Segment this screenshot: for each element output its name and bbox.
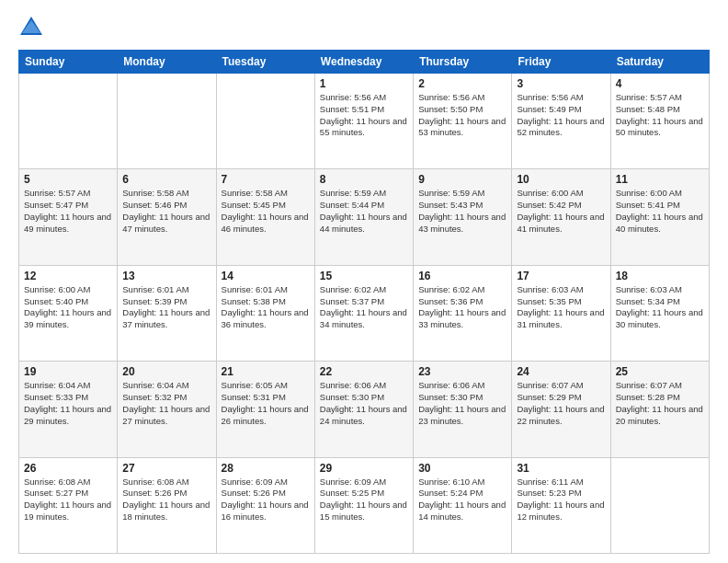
day-info: Sunrise: 5:59 AM Sunset: 5:44 PM Dayligh… <box>320 188 408 235</box>
day-info: Sunrise: 6:09 AM Sunset: 5:26 PM Dayligh… <box>222 477 310 523</box>
calendar-cell: 7Sunrise: 5:58 AM Sunset: 5:45 PM Daylig… <box>216 169 314 265</box>
day-info: Sunrise: 6:06 AM Sunset: 5:30 PM Dayligh… <box>320 380 408 427</box>
calendar-cell: 23Sunrise: 6:06 AM Sunset: 5:30 PM Dayli… <box>414 362 512 457</box>
logo <box>18 15 48 40</box>
day-info: Sunrise: 5:56 AM Sunset: 5:51 PM Dayligh… <box>320 92 408 139</box>
weekday-header-friday: Friday <box>512 51 610 74</box>
day-number: 27 <box>122 462 210 475</box>
calendar-week-2: 5Sunrise: 5:57 AM Sunset: 5:47 PM Daylig… <box>19 169 710 265</box>
calendar-cell: 3Sunrise: 5:56 AM Sunset: 5:49 PM Daylig… <box>512 74 610 169</box>
day-info: Sunrise: 5:57 AM Sunset: 5:48 PM Dayligh… <box>616 92 704 139</box>
calendar-cell <box>19 74 118 169</box>
header <box>18 15 710 40</box>
day-number: 7 <box>222 173 310 186</box>
day-info: Sunrise: 6:01 AM Sunset: 5:39 PM Dayligh… <box>122 284 210 331</box>
calendar-cell <box>216 74 314 169</box>
day-number: 10 <box>517 173 605 186</box>
calendar-cell: 8Sunrise: 5:59 AM Sunset: 5:44 PM Daylig… <box>314 169 413 265</box>
day-info: Sunrise: 6:04 AM Sunset: 5:32 PM Dayligh… <box>122 380 210 427</box>
day-info: Sunrise: 6:00 AM Sunset: 5:40 PM Dayligh… <box>24 284 112 331</box>
day-info: Sunrise: 6:07 AM Sunset: 5:28 PM Dayligh… <box>616 380 704 427</box>
day-number: 28 <box>222 462 310 475</box>
day-number: 25 <box>616 365 704 378</box>
day-number: 23 <box>418 365 506 378</box>
calendar-week-5: 26Sunrise: 6:08 AM Sunset: 5:27 PM Dayli… <box>19 457 710 553</box>
calendar-cell: 20Sunrise: 6:04 AM Sunset: 5:32 PM Dayli… <box>118 362 216 457</box>
calendar-cell: 21Sunrise: 6:05 AM Sunset: 5:31 PM Dayli… <box>216 362 314 457</box>
day-info: Sunrise: 6:03 AM Sunset: 5:35 PM Dayligh… <box>517 284 605 331</box>
calendar-cell: 12Sunrise: 6:00 AM Sunset: 5:40 PM Dayli… <box>19 265 118 361</box>
day-number: 13 <box>122 270 210 282</box>
calendar-week-1: 1Sunrise: 5:56 AM Sunset: 5:51 PM Daylig… <box>19 74 710 169</box>
calendar-cell: 5Sunrise: 5:57 AM Sunset: 5:47 PM Daylig… <box>19 169 118 265</box>
day-info: Sunrise: 6:00 AM Sunset: 5:41 PM Dayligh… <box>616 188 704 235</box>
day-number: 17 <box>517 270 605 282</box>
calendar-cell: 19Sunrise: 6:04 AM Sunset: 5:33 PM Dayli… <box>19 362 118 457</box>
day-info: Sunrise: 5:57 AM Sunset: 5:47 PM Dayligh… <box>24 188 112 235</box>
day-info: Sunrise: 6:02 AM Sunset: 5:37 PM Dayligh… <box>320 284 408 331</box>
day-info: Sunrise: 6:10 AM Sunset: 5:24 PM Dayligh… <box>418 477 506 523</box>
day-info: Sunrise: 6:08 AM Sunset: 5:27 PM Dayligh… <box>24 477 112 523</box>
weekday-header-row: SundayMondayTuesdayWednesdayThursdayFrid… <box>19 51 710 74</box>
day-info: Sunrise: 6:08 AM Sunset: 5:26 PM Dayligh… <box>122 477 210 523</box>
day-number: 18 <box>616 270 704 282</box>
calendar-cell: 14Sunrise: 6:01 AM Sunset: 5:38 PM Dayli… <box>216 265 314 361</box>
calendar-cell: 18Sunrise: 6:03 AM Sunset: 5:34 PM Dayli… <box>610 265 709 361</box>
weekday-header-wednesday: Wednesday <box>314 51 413 74</box>
svg-marker-1 <box>22 20 40 33</box>
calendar-cell: 1Sunrise: 5:56 AM Sunset: 5:51 PM Daylig… <box>314 74 413 169</box>
day-number: 26 <box>24 462 112 475</box>
page: SundayMondayTuesdayWednesdayThursdayFrid… <box>0 0 728 563</box>
calendar-cell: 2Sunrise: 5:56 AM Sunset: 5:50 PM Daylig… <box>414 74 512 169</box>
day-info: Sunrise: 6:06 AM Sunset: 5:30 PM Dayligh… <box>418 380 506 427</box>
day-number: 15 <box>320 270 408 282</box>
day-number: 11 <box>616 173 704 186</box>
calendar-week-4: 19Sunrise: 6:04 AM Sunset: 5:33 PM Dayli… <box>19 362 710 457</box>
calendar-cell: 4Sunrise: 5:57 AM Sunset: 5:48 PM Daylig… <box>610 74 709 169</box>
calendar-cell: 24Sunrise: 6:07 AM Sunset: 5:29 PM Dayli… <box>512 362 610 457</box>
day-number: 6 <box>122 173 210 186</box>
day-number: 12 <box>24 270 112 282</box>
calendar-cell: 25Sunrise: 6:07 AM Sunset: 5:28 PM Dayli… <box>610 362 709 457</box>
weekday-header-tuesday: Tuesday <box>216 51 314 74</box>
day-number: 22 <box>320 365 408 378</box>
calendar-cell: 9Sunrise: 5:59 AM Sunset: 5:43 PM Daylig… <box>414 169 512 265</box>
weekday-header-monday: Monday <box>118 51 216 74</box>
day-info: Sunrise: 5:58 AM Sunset: 5:45 PM Dayligh… <box>222 188 310 235</box>
day-number: 5 <box>24 173 112 186</box>
calendar-cell: 11Sunrise: 6:00 AM Sunset: 5:41 PM Dayli… <box>610 169 709 265</box>
day-number: 1 <box>320 77 408 90</box>
calendar-cell: 31Sunrise: 6:11 AM Sunset: 5:23 PM Dayli… <box>512 457 610 553</box>
day-number: 31 <box>517 462 605 475</box>
calendar-cell: 22Sunrise: 6:06 AM Sunset: 5:30 PM Dayli… <box>314 362 413 457</box>
day-info: Sunrise: 6:03 AM Sunset: 5:34 PM Dayligh… <box>616 284 704 331</box>
day-info: Sunrise: 6:05 AM Sunset: 5:31 PM Dayligh… <box>222 380 310 427</box>
weekday-header-saturday: Saturday <box>610 51 709 74</box>
weekday-header-thursday: Thursday <box>414 51 512 74</box>
calendar-cell: 27Sunrise: 6:08 AM Sunset: 5:26 PM Dayli… <box>118 457 216 553</box>
day-info: Sunrise: 6:02 AM Sunset: 5:36 PM Dayligh… <box>418 284 506 331</box>
calendar-cell: 13Sunrise: 6:01 AM Sunset: 5:39 PM Dayli… <box>118 265 216 361</box>
day-info: Sunrise: 6:01 AM Sunset: 5:38 PM Dayligh… <box>222 284 310 331</box>
day-number: 3 <box>517 77 605 90</box>
day-info: Sunrise: 6:11 AM Sunset: 5:23 PM Dayligh… <box>517 477 605 523</box>
day-number: 2 <box>418 77 506 90</box>
calendar-table: SundayMondayTuesdayWednesdayThursdayFrid… <box>18 50 710 554</box>
day-info: Sunrise: 5:56 AM Sunset: 5:50 PM Dayligh… <box>418 92 506 139</box>
logo-icon <box>18 15 44 40</box>
calendar-cell: 16Sunrise: 6:02 AM Sunset: 5:36 PM Dayli… <box>414 265 512 361</box>
calendar-cell: 17Sunrise: 6:03 AM Sunset: 5:35 PM Dayli… <box>512 265 610 361</box>
day-info: Sunrise: 5:56 AM Sunset: 5:49 PM Dayligh… <box>517 92 605 139</box>
calendar-cell <box>610 457 709 553</box>
calendar-cell: 28Sunrise: 6:09 AM Sunset: 5:26 PM Dayli… <box>216 457 314 553</box>
day-number: 24 <box>517 365 605 378</box>
day-number: 9 <box>418 173 506 186</box>
day-info: Sunrise: 6:04 AM Sunset: 5:33 PM Dayligh… <box>24 380 112 427</box>
calendar-cell: 15Sunrise: 6:02 AM Sunset: 5:37 PM Dayli… <box>314 265 413 361</box>
day-number: 4 <box>616 77 704 90</box>
day-number: 16 <box>418 270 506 282</box>
calendar-cell: 10Sunrise: 6:00 AM Sunset: 5:42 PM Dayli… <box>512 169 610 265</box>
weekday-header-sunday: Sunday <box>19 51 118 74</box>
day-info: Sunrise: 6:07 AM Sunset: 5:29 PM Dayligh… <box>517 380 605 427</box>
day-number: 19 <box>24 365 112 378</box>
